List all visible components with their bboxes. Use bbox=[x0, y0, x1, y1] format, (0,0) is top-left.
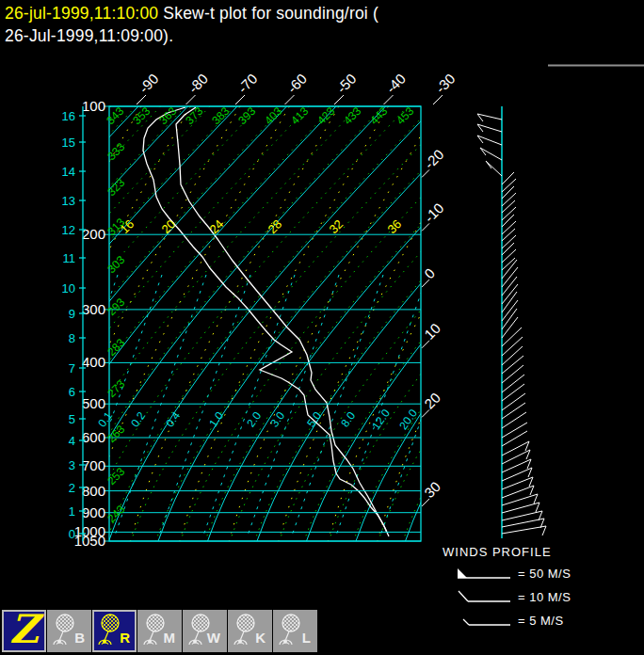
axis-label: 3 bbox=[69, 458, 75, 472]
axis-label: -50 bbox=[333, 71, 359, 96]
axis-label: 11 bbox=[63, 251, 76, 265]
toolbar-button-letter: L bbox=[302, 630, 311, 646]
axis-label: 1050 bbox=[74, 533, 105, 549]
axis-label: 24 bbox=[206, 216, 226, 236]
axis-label: 800 bbox=[82, 483, 105, 499]
axis-label: 8 bbox=[69, 331, 75, 345]
axis-label: 200 bbox=[82, 226, 105, 242]
toolbar-button-m[interactable]: M bbox=[137, 610, 182, 652]
toolbar-button-k[interactable]: K bbox=[228, 610, 272, 652]
axis-label: 5 bbox=[69, 412, 75, 426]
axis-label: 20 bbox=[421, 390, 443, 412]
axis-label: 0.1 bbox=[95, 409, 115, 430]
axis-label: 30 bbox=[421, 478, 443, 501]
app-window: 26-jul-1999,11:10:00 Skew-t plot for sou… bbox=[0, 0, 644, 655]
wind-profile bbox=[477, 106, 546, 538]
axis-label: -10 bbox=[421, 200, 446, 225]
axis-label: 433 bbox=[341, 104, 363, 127]
toolbar-button-l[interactable]: L bbox=[273, 610, 317, 652]
legend-label: = 50 M/S bbox=[518, 567, 571, 581]
barb-10-icon bbox=[456, 589, 512, 604]
axis-label: 12.0 bbox=[369, 407, 393, 432]
toolbar-button-w[interactable]: W bbox=[183, 610, 227, 652]
axis-label: -90 bbox=[136, 71, 161, 96]
axis-label: -60 bbox=[284, 71, 310, 96]
toolbar-button-letter: K bbox=[255, 630, 266, 646]
axis-label: -70 bbox=[234, 71, 260, 96]
moist-labels: 162024283236 bbox=[117, 216, 404, 236]
toolbar-button-z[interactable]: Z bbox=[2, 610, 46, 652]
axis-label: 600 bbox=[82, 429, 105, 445]
axis-label: 9 bbox=[69, 307, 75, 321]
axis-label: 253 bbox=[105, 465, 127, 487]
plot-area bbox=[0, 106, 644, 541]
isotherm-right-labels: -20-100102030 bbox=[421, 146, 446, 506]
toolbar-button-letter: W bbox=[207, 630, 220, 646]
legend-row-barb-5: = 5 M/S bbox=[456, 612, 564, 629]
toolbar-button-letter: M bbox=[164, 630, 176, 646]
axis-label: 16 bbox=[62, 109, 75, 123]
toolbar-button-r[interactable]: R bbox=[92, 610, 137, 652]
axis-label: 303 bbox=[105, 253, 127, 276]
axis-label: 28 bbox=[265, 216, 284, 236]
axis-label: 100 bbox=[82, 98, 105, 114]
height-axis: 161514131211109876543210 bbox=[62, 106, 86, 541]
axis-label: 0 bbox=[69, 527, 75, 541]
axis-label: 14 bbox=[62, 165, 75, 179]
axis-label: 10 bbox=[62, 281, 75, 296]
axis-label: -30 bbox=[432, 71, 458, 96]
toolbar: ZBRMWKL bbox=[2, 610, 317, 654]
axis-label: -40 bbox=[383, 71, 409, 96]
axis-label: 300 bbox=[82, 301, 105, 317]
mixing-labels: 0.10.20.41.02.03.05.08.012.020.0 bbox=[95, 407, 420, 432]
axis-label: 20 bbox=[158, 216, 178, 236]
axis-label: 413 bbox=[288, 104, 311, 127]
axis-label: 393 bbox=[235, 104, 258, 127]
isotherm-top-labels: -90-80-70-60-50-40-30 bbox=[136, 71, 458, 104]
pressure-labels: 10020030040050060070080090010001050 bbox=[74, 98, 105, 549]
legend-label: = 10 M/S bbox=[518, 590, 571, 604]
axis-label: 500 bbox=[82, 395, 105, 411]
axis-label: 4 bbox=[69, 434, 75, 448]
axis-label: 453 bbox=[394, 104, 416, 127]
axis-label: 0 bbox=[421, 264, 438, 281]
toolbar-button-b[interactable]: B bbox=[47, 610, 91, 652]
axis-label: 0.2 bbox=[128, 409, 148, 430]
legend-label: = 5 M/S bbox=[518, 614, 564, 628]
axis-label: 12 bbox=[62, 223, 75, 237]
winds-profile-title: WINDS PROFILE bbox=[443, 545, 552, 559]
flag-50-icon bbox=[456, 566, 512, 581]
toolbar-button-letter: R bbox=[120, 630, 130, 646]
axis-label: 36 bbox=[384, 216, 404, 236]
toolbar-button-letter: B bbox=[74, 630, 85, 646]
axis-label: 2 bbox=[69, 481, 75, 495]
axis-label: -80 bbox=[185, 71, 211, 96]
axis-label: 1.0 bbox=[206, 409, 226, 430]
axis-label: 1 bbox=[69, 504, 75, 519]
axis-label: 10 bbox=[421, 320, 443, 343]
axis-label: 443 bbox=[367, 104, 390, 127]
axis-label: 353 bbox=[130, 104, 153, 127]
axis-label: 13 bbox=[62, 194, 75, 208]
axis-label: 8.0 bbox=[338, 409, 358, 430]
axis-label: 243 bbox=[105, 503, 127, 525]
axis-label: 273 bbox=[105, 377, 127, 400]
axis-label: 7 bbox=[69, 361, 75, 375]
temperature-trace bbox=[176, 107, 389, 536]
axis-label: 700 bbox=[82, 457, 105, 473]
axis-label: 293 bbox=[105, 296, 127, 318]
barb-5-icon bbox=[456, 613, 512, 628]
zeb-logo: Z bbox=[4, 606, 44, 652]
axis-label: 383 bbox=[209, 104, 232, 127]
axis-label: 403 bbox=[262, 104, 284, 127]
axis-label: 283 bbox=[105, 336, 127, 359]
axis-label: 15 bbox=[62, 136, 75, 150]
axis-label: 343 bbox=[104, 104, 126, 127]
axis-label: 323 bbox=[105, 176, 127, 199]
axis-label: -20 bbox=[421, 146, 446, 171]
axis-label: 423 bbox=[314, 104, 337, 127]
axis-label: 6 bbox=[69, 385, 75, 399]
legend-row-barb-10: = 10 M/S bbox=[456, 588, 571, 605]
theta-labels: 3433533633733833934034134234334434533333… bbox=[104, 104, 416, 525]
plot-border bbox=[109, 106, 421, 541]
